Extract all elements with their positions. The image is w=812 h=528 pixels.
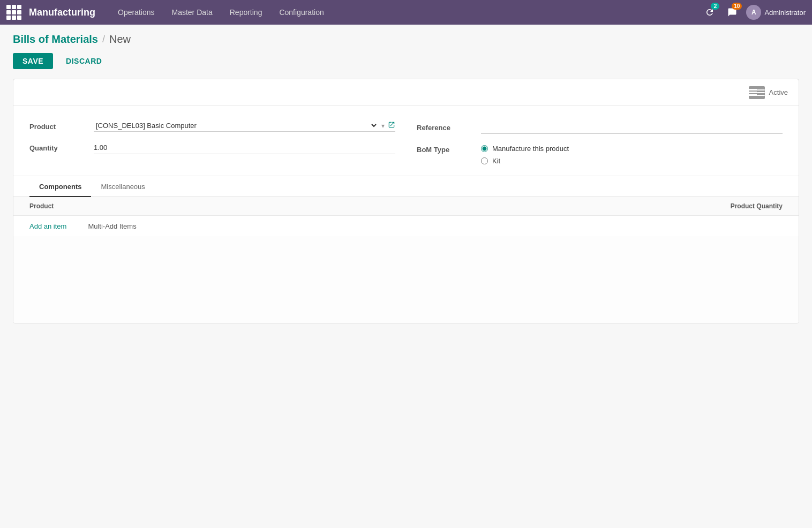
admin-button[interactable]: A Administrator bbox=[746, 5, 806, 20]
col-header-quantity: Product Quantity bbox=[675, 202, 783, 210]
bom-type-label: BoM Type bbox=[417, 144, 481, 154]
bom-type-manufacture-label: Manufacture this product bbox=[492, 145, 569, 153]
table-header: Product Product Quantity bbox=[13, 197, 799, 216]
quantity-field-container bbox=[94, 141, 395, 154]
product-dropdown-icon: ▾ bbox=[381, 122, 385, 130]
nav-operations[interactable]: Operations bbox=[110, 0, 162, 25]
topbar-right: 2 10 A Administrator bbox=[701, 4, 806, 21]
product-row: Product [CONS_DEL03] Basic Computer ▾ bbox=[29, 121, 395, 132]
breadcrumb-parent[interactable]: Bills of Materials bbox=[13, 33, 98, 46]
main-nav: Operations Master Data Reporting Configu… bbox=[110, 0, 697, 25]
product-label: Product bbox=[29, 123, 94, 131]
messages-badge-button[interactable]: 10 bbox=[724, 4, 741, 21]
bom-type-kit-label: Kit bbox=[492, 157, 500, 165]
table-empty-area bbox=[13, 237, 799, 323]
status-active-indicator[interactable]: Active bbox=[749, 86, 788, 99]
form-right: Reference BoM Type Manufacture this prod… bbox=[417, 121, 783, 165]
breadcrumb: Bills of Materials / New bbox=[13, 33, 799, 46]
refresh-badge-button[interactable]: 2 bbox=[701, 4, 718, 21]
form-left: Product [CONS_DEL03] Basic Computer ▾ bbox=[29, 121, 395, 165]
multi-add-link[interactable]: Multi-Add Items bbox=[88, 222, 136, 230]
tab-components[interactable]: Components bbox=[29, 176, 91, 197]
tabs-nav: Components Miscellaneous bbox=[13, 176, 799, 197]
app-grid-icon[interactable] bbox=[6, 5, 21, 20]
nav-configuration[interactable]: Configuration bbox=[272, 0, 331, 25]
reference-field-container bbox=[481, 121, 783, 134]
bom-type-manufacture-option[interactable]: Manufacture this product bbox=[481, 145, 783, 153]
add-item-link[interactable]: Add an item bbox=[29, 222, 66, 230]
main-card: Active Product [CONS_DEL03] Basic Comput… bbox=[13, 79, 799, 323]
reference-label: Reference bbox=[417, 124, 481, 132]
product-field-with-icon: [CONS_DEL03] Basic Computer ▾ bbox=[94, 121, 395, 132]
status-bar: Active bbox=[13, 79, 799, 106]
page-content: Bills of Materials / New SAVE DISCARD Ac… bbox=[0, 25, 812, 528]
quantity-row: Quantity bbox=[29, 141, 395, 154]
status-label: Active bbox=[769, 88, 788, 96]
app-name: Manufacturing bbox=[29, 7, 95, 18]
action-bar: SAVE DISCARD bbox=[13, 53, 799, 69]
bom-type-options: Manufacture this product Kit bbox=[481, 144, 783, 165]
nav-reporting[interactable]: Reporting bbox=[222, 0, 270, 25]
bom-type-row: BoM Type Manufacture this product Kit bbox=[417, 144, 783, 165]
table-section: Product Product Quantity Add an item Mul… bbox=[13, 197, 799, 323]
tabs-section: Components Miscellaneous Product Product… bbox=[13, 176, 799, 323]
product-select[interactable]: [CONS_DEL03] Basic Computer bbox=[94, 121, 378, 130]
bom-type-kit-radio[interactable] bbox=[481, 157, 488, 164]
bom-type-kit-option[interactable]: Kit bbox=[481, 157, 783, 165]
quantity-input[interactable] bbox=[94, 141, 395, 154]
discard-button[interactable]: DISCARD bbox=[58, 53, 109, 69]
admin-avatar: A bbox=[746, 5, 761, 20]
nav-master-data[interactable]: Master Data bbox=[164, 0, 220, 25]
breadcrumb-separator: / bbox=[102, 34, 105, 45]
messages-badge-count: 10 bbox=[732, 3, 742, 10]
status-toggle-icon bbox=[749, 86, 765, 99]
reference-input[interactable] bbox=[481, 121, 783, 134]
admin-label: Administrator bbox=[764, 9, 806, 17]
table-actions-row: Add an item Multi-Add Items bbox=[13, 216, 799, 237]
col-header-product: Product bbox=[29, 202, 675, 210]
breadcrumb-current: New bbox=[109, 33, 131, 46]
refresh-badge-count: 2 bbox=[711, 3, 719, 10]
reference-row: Reference bbox=[417, 121, 783, 134]
product-external-link-icon[interactable] bbox=[388, 121, 395, 130]
product-field-container: [CONS_DEL03] Basic Computer ▾ bbox=[94, 121, 395, 132]
bom-type-manufacture-radio[interactable] bbox=[481, 145, 488, 152]
form-grid: Product [CONS_DEL03] Basic Computer ▾ bbox=[29, 121, 783, 165]
tab-miscellaneous[interactable]: Miscellaneous bbox=[91, 176, 154, 197]
save-button[interactable]: SAVE bbox=[13, 53, 53, 69]
quantity-label: Quantity bbox=[29, 144, 94, 152]
form-section: Product [CONS_DEL03] Basic Computer ▾ bbox=[13, 106, 799, 176]
topbar: Manufacturing Operations Master Data Rep… bbox=[0, 0, 812, 25]
